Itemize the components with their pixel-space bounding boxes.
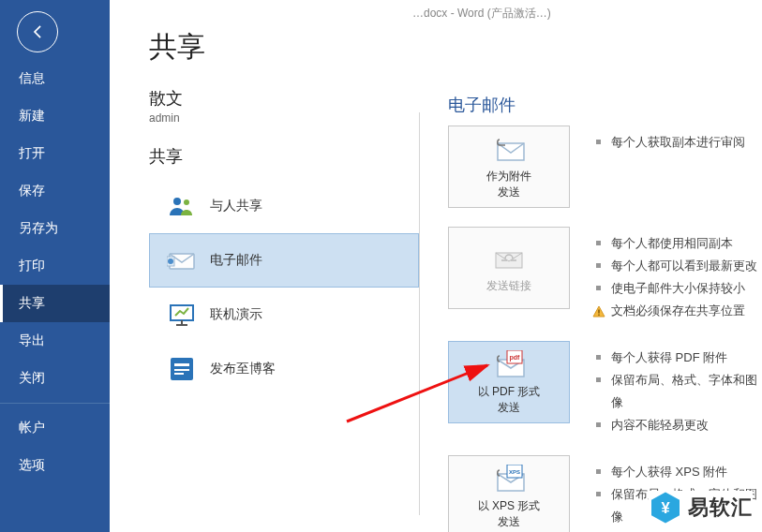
svg-text:¥: ¥ <box>661 499 670 516</box>
email-option-desc-2: 每个人获得 PDF 附件保留布局、格式、字体和图像内容不能轻易更改 <box>570 341 762 436</box>
share-item-label: 与人共享 <box>210 198 262 214</box>
email-option-desc-1: 每个人都使用相同副本每个人都可以看到最新更改使电子邮件大小保持较小文档必须保存在… <box>570 227 762 322</box>
svg-rect-14 <box>598 310 599 314</box>
nav-item-0[interactable]: 信息 <box>0 60 110 97</box>
attach-icon <box>492 133 526 165</box>
option-label-1: 以 XPS 形式 <box>478 498 541 514</box>
email-heading: 电子邮件 <box>448 94 762 116</box>
nav-item-1[interactable]: 新建 <box>0 97 110 135</box>
option-label-2: 发送 <box>498 400 520 416</box>
option-bullet: 每个人获取副本进行审阅 <box>594 131 762 154</box>
share-list: 与人共享电子邮件联机演示发布至博客 <box>149 179 419 396</box>
doc-title: 散文 <box>149 87 419 110</box>
present-icon <box>163 303 201 327</box>
share-item-label: 联机演示 <box>210 306 262 323</box>
share-item-3[interactable]: 发布至博客 <box>149 342 419 396</box>
envelope-icon <box>163 249 201 272</box>
svg-text:pdf: pdf <box>510 354 521 362</box>
xps-icon: XPS <box>492 463 526 495</box>
share-item-2[interactable]: 联机演示 <box>149 288 419 342</box>
email-option-button-3[interactable]: XPS以 XPS 形式发送 <box>448 455 570 532</box>
email-option-button-1: 发送链接 <box>448 227 570 309</box>
option-bullet: 每个人都使用相同副本 <box>594 232 762 255</box>
nav-separator <box>0 403 110 404</box>
email-option-row-1: 发送链接每个人都使用相同副本每个人都可以看到最新更改使电子邮件大小保持较小文档必… <box>448 227 762 322</box>
option-label-1: 发送链接 <box>486 278 531 294</box>
email-option-desc-0: 每个人获取副本进行审阅 <box>570 126 762 208</box>
option-bullet: 每个人获得 XPS 附件 <box>594 461 762 483</box>
svg-rect-9 <box>174 363 189 366</box>
nav-item-2[interactable]: 打开 <box>0 135 110 172</box>
watermark: ¥ 易软汇 <box>649 491 753 525</box>
option-label-2: 发送 <box>498 185 520 200</box>
option-label-2: 发送 <box>498 514 520 530</box>
option-bullet: 保留布局、格式、字体和图像 <box>594 369 762 414</box>
option-label-1: 以 PDF 形式 <box>478 384 541 400</box>
watermark-logo-icon: ¥ <box>649 491 682 525</box>
email-option-row-2: pdf以 PDF 形式发送每个人获得 PDF 附件保留布局、格式、字体和图像内容… <box>448 341 762 436</box>
option-bullet: 每个人都可以看到最新更改 <box>594 255 762 277</box>
nav-item-3[interactable]: 保存 <box>0 172 110 210</box>
nav-item-5[interactable]: 打印 <box>0 247 110 285</box>
option-bullet: 使电子邮件大小保持较小 <box>594 277 762 300</box>
share-item-label: 发布至博客 <box>210 361 276 377</box>
option-warning: 文档必须保存在共享位置 <box>594 300 762 322</box>
warning-icon <box>592 303 605 326</box>
sidebar: 信息新建打开保存另存为打印共享导出关闭 帐户选项 <box>0 0 110 532</box>
option-label-1: 作为附件 <box>486 169 531 185</box>
svg-point-4 <box>168 259 173 264</box>
svg-text:XPS: XPS <box>509 469 520 475</box>
nav-item-8[interactable]: 关闭 <box>0 360 110 397</box>
share-item-label: 电子邮件 <box>210 252 262 269</box>
svg-point-0 <box>173 198 181 205</box>
arrow-left-icon <box>28 22 47 41</box>
doc-author: admin <box>149 111 419 125</box>
share-item-0[interactable]: 与人共享 <box>149 179 419 233</box>
option-bullet: 内容不能轻易更改 <box>594 414 762 436</box>
blog-icon <box>163 356 201 382</box>
pdf-icon: pdf <box>492 348 526 380</box>
page-title: 共享 <box>149 28 419 66</box>
email-option-row-0: 作为附件发送每个人获取副本进行审阅 <box>448 126 762 208</box>
share-item-1[interactable]: 电子邮件 <box>149 233 419 288</box>
email-option-button-2[interactable]: pdf以 PDF 形式发送 <box>448 341 570 423</box>
nav-footer-item-0[interactable]: 帐户 <box>0 409 110 447</box>
svg-rect-10 <box>174 369 189 371</box>
svg-point-1 <box>184 200 189 205</box>
nav-item-6[interactable]: 共享 <box>0 285 110 322</box>
svg-rect-11 <box>174 373 184 375</box>
back-button[interactable] <box>17 11 58 52</box>
email-option-button-0[interactable]: 作为附件发送 <box>448 126 570 208</box>
nav-footer-item-1[interactable]: 选项 <box>0 447 110 484</box>
link-icon <box>492 243 526 274</box>
window-title: …docx - Word (产品激活…) <box>412 0 551 22</box>
nav-item-7[interactable]: 导出 <box>0 322 110 360</box>
option-bullet: 每个人获得 PDF 附件 <box>594 347 762 369</box>
people-icon <box>163 195 201 217</box>
svg-rect-15 <box>598 315 599 316</box>
section-title: 共享 <box>149 145 419 168</box>
watermark-text: 易软汇 <box>688 494 753 522</box>
nav-item-4[interactable]: 另存为 <box>0 210 110 247</box>
